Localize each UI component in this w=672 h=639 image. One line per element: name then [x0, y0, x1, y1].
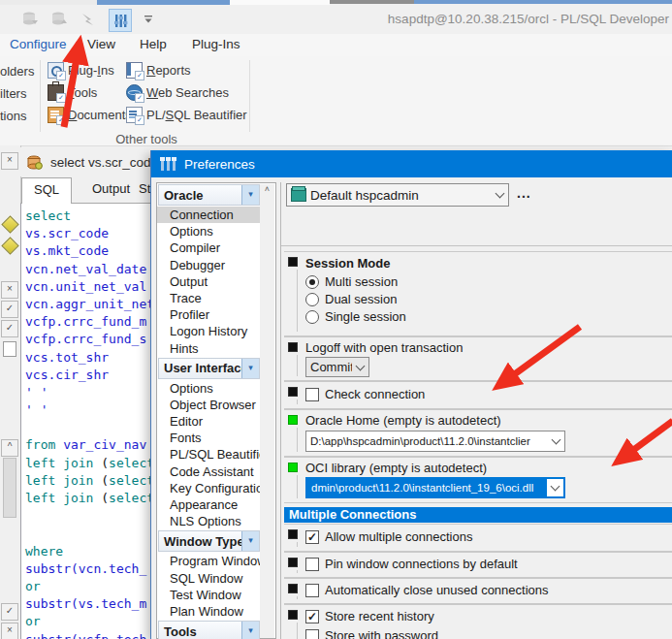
tree-item-options[interactable]: Options	[157, 380, 260, 397]
tree-item-test-window[interactable]: Test Window	[157, 587, 260, 603]
more-button[interactable]: ...	[517, 185, 538, 205]
tree-item-compiler[interactable]: Compiler	[157, 240, 260, 256]
scrollbar-track[interactable]	[3, 458, 16, 518]
tree-item-output[interactable]: Output	[157, 273, 260, 290]
ribbon-item-reports[interactable]: Reports	[126, 62, 191, 79]
menu-configure[interactable]: Configure	[10, 37, 67, 51]
section-marker[interactable]	[288, 610, 298, 620]
ribbon-item-filters-cut[interactable]: ilters	[0, 86, 37, 101]
checkbox-pin-window[interactable]: Pin window connections by default	[305, 557, 518, 571]
checkbox-check-connection[interactable]: Check connection	[305, 387, 425, 401]
tree-group-label: Oracle	[159, 188, 203, 203]
check-icon[interactable]: ✓	[1, 320, 18, 337]
section-marker[interactable]	[288, 257, 298, 267]
radio-icon[interactable]	[305, 310, 319, 324]
menu-view[interactable]: View	[87, 37, 115, 51]
checkbox-auto-close[interactable]: Automatically close unused connections	[305, 583, 549, 597]
section-marker[interactable]	[288, 584, 298, 593]
dialog-titlebar[interactable]: Preferences	[151, 150, 672, 177]
section-auto-close: Automatically close unused connections	[284, 578, 672, 604]
tree-item-options[interactable]: Options	[157, 223, 260, 240]
tree-item-nls-options[interactable]: NLS Options	[157, 513, 260, 529]
menu-help[interactable]: Help	[140, 37, 167, 51]
section-marker[interactable]	[288, 342, 298, 352]
tree-item-fonts[interactable]: Fonts	[157, 430, 260, 446]
radio-icon[interactable]	[305, 275, 319, 289]
radio-single-session[interactable]: Single session	[305, 309, 406, 324]
checkbox-icon[interactable]	[305, 530, 319, 544]
tree-item-editor[interactable]: Editor	[157, 413, 260, 430]
chevron-down-icon[interactable]: ▾	[241, 622, 259, 639]
scroll-up-icon[interactable]: ^	[1, 439, 18, 457]
plugins-icon	[48, 62, 64, 79]
tree-group-window-types[interactable]: Window Types▾	[158, 530, 260, 552]
chevron-down-icon[interactable]: ▾	[241, 359, 259, 378]
toolbar-overflow-button[interactable]	[138, 9, 159, 30]
tree-item-profiler[interactable]: Profiler	[157, 306, 260, 323]
tree-item-object-browser[interactable]: Object Browser	[157, 397, 260, 413]
tree-item-code-assistant[interactable]: Code Assistant	[157, 463, 260, 480]
page-icon[interactable]	[3, 341, 16, 357]
checkbox-store-history[interactable]: Store recent history	[305, 609, 434, 623]
tree-item-appearance[interactable]: Appearance	[157, 496, 260, 513]
close-icon[interactable]: ×	[1, 281, 18, 299]
checkbox-icon[interactable]	[305, 629, 319, 639]
tree-item-trace[interactable]: Trace	[157, 290, 260, 306]
chevron-down-icon[interactable]	[352, 366, 368, 369]
chevron-down-icon[interactable]: ▾	[241, 531, 259, 551]
chevron-down-icon[interactable]	[492, 193, 508, 197]
ribbon-item-folders-cut[interactable]: olders	[0, 64, 37, 79]
oci-library-select[interactable]: dmin\product\11.2.0\instantclient_19_6\o…	[305, 477, 565, 498]
break-button[interactable]	[78, 9, 99, 30]
preferences-button[interactable]	[109, 9, 132, 32]
section-marker-green[interactable]	[288, 463, 298, 472]
checkbox-allow-multiple[interactable]: Allow multiple connections	[305, 529, 472, 544]
ribbon-item-documents[interactable]: Documents	[48, 107, 132, 123]
section-marker[interactable]	[288, 558, 298, 567]
section-marker[interactable]	[288, 387, 298, 397]
tree-group-oracle[interactable]: Oracle▾	[158, 184, 260, 206]
checkbox-icon[interactable]	[305, 558, 319, 571]
checkbox-icon[interactable]	[305, 610, 319, 623]
ribbon-item-plsql-beautifier[interactable]: PL/SQL Beautifier	[126, 107, 247, 123]
section-marker[interactable]	[288, 529, 298, 539]
tree-item-debugger[interactable]: Debugger	[157, 257, 260, 273]
ribbon-item-tools[interactable]: Tools	[48, 84, 97, 101]
tree-item-hints[interactable]: Hints	[157, 340, 260, 357]
oracle-home-select[interactable]: D:\app\hspcadmin\product\11.2.0\instantc…	[305, 431, 565, 452]
ribbon-item-web-searches[interactable]: Web Searches	[126, 84, 229, 101]
close-icon[interactable]: ×	[1, 623, 18, 639]
tree-item-pl-sql-beautifier[interactable]: PL/SQL Beautifier	[157, 446, 260, 463]
tree-item-plan-window[interactable]: Plan Window	[157, 603, 260, 620]
radio-multi-session[interactable]: Multi session	[305, 274, 398, 289]
logoff-select[interactable]: Commit	[305, 357, 369, 377]
tree-item-key-configuration[interactable]: Key Configuration	[157, 480, 260, 496]
ribbon-item-plugins[interactable]: Plug-Ins	[48, 62, 114, 79]
radio-icon[interactable]	[305, 293, 319, 306]
tree-scrollbar[interactable]: ˄	[260, 184, 274, 638]
tree-group-tools[interactable]: Tools▾	[158, 621, 260, 639]
tree-group-user-interface[interactable]: User Interface▾	[158, 358, 260, 379]
check-icon[interactable]: ✓	[1, 603, 18, 621]
tree-item-sql-window[interactable]: SQL Window	[157, 570, 260, 587]
tree-item-program-window[interactable]: Program Window	[157, 553, 260, 569]
connection-select[interactable]: Default hspcadmin	[286, 183, 509, 207]
tab-sql[interactable]: SQL	[21, 177, 72, 204]
checkbox-icon[interactable]	[305, 388, 319, 401]
checkbox-icon[interactable]	[305, 584, 319, 597]
chevron-down-icon[interactable]: ▾	[241, 185, 259, 205]
rollback-button[interactable]	[48, 9, 70, 30]
tree-group-label: User Interface	[159, 361, 248, 375]
section-marker-green[interactable]	[288, 415, 298, 425]
tree-item-logon-history[interactable]: Logon History	[157, 323, 260, 339]
radio-dual-session[interactable]: Dual session	[305, 292, 397, 306]
commit-button[interactable]	[19, 9, 41, 30]
chevron-down-icon[interactable]	[547, 486, 563, 490]
chevron-down-icon[interactable]	[548, 439, 564, 443]
close-icon[interactable]: ×	[1, 152, 18, 170]
ribbon-item-sessions-cut[interactable]: tions	[0, 109, 37, 123]
tree-item-connection[interactable]: Connection	[157, 207, 260, 223]
checkbox-store-password[interactable]: Store with password	[305, 628, 438, 639]
menu-plugins[interactable]: Plug-Ins	[192, 37, 240, 51]
check-icon[interactable]: ✓	[1, 301, 18, 318]
